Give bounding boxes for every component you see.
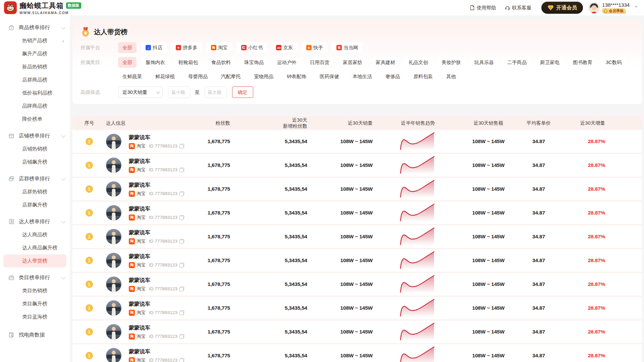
talent-name: 蒙蒙说车	[129, 158, 184, 165]
table-row[interactable]: 1	[72, 249, 642, 273]
copy-icon[interactable]	[179, 191, 184, 196]
max-amount-input[interactable]	[205, 86, 227, 98]
sidebar-group-shops[interactable]: 店铺榜单排行	[0, 129, 70, 142]
platform-tab[interactable]: ♪ 抖店	[141, 42, 167, 53]
sidebar-item[interactable]: 类目蓝海榜	[3, 310, 66, 323]
category-tab[interactable]: 运动户外	[273, 57, 301, 68]
category-tab[interactable]: 厨卫家电	[536, 57, 564, 68]
sidebar-item[interactable]: 类目热销榜	[3, 284, 66, 297]
category-tab[interactable]: 二手商品	[503, 57, 531, 68]
sales-range: 108W ~ 145W	[307, 353, 376, 359]
sidebar-item[interactable]: 店群飙升榜	[3, 198, 66, 212]
copy-icon[interactable]	[179, 215, 184, 220]
copy-icon[interactable]	[179, 168, 184, 172]
category-tab[interactable]: 食品饮料	[207, 57, 235, 68]
table-row[interactable]: 1	[72, 297, 642, 320]
category-tab-all[interactable]: 全部	[118, 57, 137, 68]
sidebar-item[interactable]: 新品热销榜	[3, 60, 66, 73]
range-metric-select[interactable]: 近30天销量	[118, 86, 163, 98]
category-tab[interactable]: 鞋靴箱包	[174, 57, 202, 68]
category-tab[interactable]: 本地生活	[348, 71, 376, 82]
platform-tab[interactable]: 8 快手	[302, 42, 327, 53]
copy-icon[interactable]	[179, 239, 184, 244]
category-tab[interactable]: 奢侈品	[381, 71, 405, 82]
table-row[interactable]: 1	[72, 225, 642, 249]
table-row[interactable]: 1	[72, 320, 642, 344]
copy-icon[interactable]	[179, 358, 184, 362]
platform-tab[interactable]: 当 当当网	[332, 42, 363, 53]
copy-icon[interactable]	[179, 310, 184, 315]
platform-tab[interactable]: 红 小红书	[237, 42, 267, 53]
category-tab[interactable]: 珠宝饰品	[240, 57, 268, 68]
sidebar-item[interactable]: 达人带货榜	[3, 254, 66, 267]
category-tab[interactable]: 原料包装	[409, 71, 437, 82]
category-tab[interactable]: 礼品文创	[404, 57, 432, 68]
table-row[interactable]: 1	[72, 130, 642, 154]
copy-icon[interactable]	[179, 263, 184, 267]
avg-price: 34.87	[517, 329, 560, 335]
category-tab[interactable]: 其他	[442, 71, 461, 82]
category-tab[interactable]: 生鲜蔬菜	[118, 71, 146, 82]
table-row[interactable]: 1	[72, 154, 642, 178]
support-link[interactable]: 联系客服	[505, 5, 531, 11]
sidebar-collapse-icon[interactable]: ‹	[62, 38, 64, 45]
platform-tab-all[interactable]: 全部	[118, 42, 137, 53]
sidebar-group-products[interactable]: 商品榜单排行	[0, 21, 70, 34]
platform-tab[interactable]: 淘 淘宝	[207, 42, 232, 53]
sidebar-item[interactable]: 飙升产品榜	[3, 47, 66, 60]
sidebar-item[interactable]: 店群热销榜	[3, 185, 66, 198]
platform-tab[interactable]: JD 京东	[272, 42, 297, 53]
sidebar-item-find-data[interactable]: 找电商数据	[0, 328, 70, 342]
sidebar-group-talents[interactable]: 达人榜单排行	[0, 215, 70, 228]
platform-tab[interactable]: ♥ 拼多多	[171, 42, 202, 53]
category-tab[interactable]: 汽配摩托	[217, 71, 245, 82]
category-tab[interactable]: 3C数码	[601, 57, 626, 68]
category-tab[interactable]: 宠物用品	[250, 71, 278, 82]
category-tab[interactable]: 钟表配饰	[282, 71, 311, 82]
sidebar-group-shop-groups[interactable]: 店群榜单排行	[0, 172, 70, 185]
category-tab[interactable]: 图书教育	[569, 57, 597, 68]
sidebar-group-categories[interactable]: 类目榜单排行	[0, 271, 70, 284]
table-row[interactable]: 1	[72, 178, 642, 201]
sidebar-item[interactable]: 低价福利品榜	[3, 86, 66, 100]
sidebar-item[interactable]: 达人商品榜	[3, 228, 66, 241]
talent-id: ID 777893123	[149, 191, 177, 196]
open-vip-button[interactable]: 开通会员	[541, 2, 583, 14]
sidebar-item[interactable]: 热销产品榜	[3, 34, 66, 47]
taobao-icon: 淘	[129, 167, 135, 173]
chevron-down-icon	[61, 275, 66, 279]
confirm-button[interactable]: 确定	[232, 86, 253, 98]
chevron-up-icon[interactable]: ⌃	[633, 5, 639, 10]
sidebar-item[interactable]: 降价榜单	[3, 113, 66, 126]
table-row[interactable]: 1	[72, 201, 642, 225]
talent-name: 蒙蒙说车	[129, 134, 184, 141]
category-tab[interactable]: 日用百货	[306, 57, 334, 68]
talent-avatar	[106, 300, 121, 316]
sidebar-item[interactable]: 店铺热销榜	[3, 142, 66, 156]
copy-icon[interactable]	[179, 287, 184, 291]
category-tab[interactable]: 美妆护肤	[437, 57, 465, 68]
table-row[interactable]: 1	[72, 273, 642, 297]
category-tab[interactable]: 医药保健	[315, 71, 343, 82]
sidebar-item[interactable]: 类目飙升榜	[3, 297, 66, 310]
sidebar-item[interactable]: 品牌商品榜	[3, 100, 66, 113]
category-tab[interactable]: 鲜花绿植	[151, 71, 179, 82]
sidebar-item[interactable]: 店群商品榜	[3, 73, 66, 86]
membership-badge: V 会员季版	[602, 8, 626, 14]
category-tab[interactable]: 家居家纺	[338, 57, 367, 68]
logo[interactable]: 癞蛤蟆工具箱 数据版 WWW.51LAIHAMA.COM	[4, 1, 81, 15]
fans-count: 1,678,775	[186, 162, 230, 168]
help-link[interactable]: 使用帮助	[470, 5, 496, 11]
copy-icon[interactable]	[179, 144, 184, 148]
sidebar-item[interactable]: 店铺飙升榜	[3, 156, 66, 169]
user-account[interactable]: 138****1334 V 会员季版	[588, 2, 630, 14]
sidebar-item[interactable]: 达人商品飙升榜	[3, 241, 66, 254]
category-tab[interactable]: 服饰内衣	[141, 57, 169, 68]
min-amount-input[interactable]	[168, 86, 190, 98]
category-tab[interactable]: 家具建材	[371, 57, 399, 68]
copy-icon[interactable]	[179, 334, 184, 339]
table-row[interactable]: 1	[72, 344, 642, 362]
category-tab[interactable]: 玩具乐器	[470, 57, 498, 68]
category-tab[interactable]: 母婴用品	[184, 71, 212, 82]
talent-avatar	[106, 277, 121, 292]
